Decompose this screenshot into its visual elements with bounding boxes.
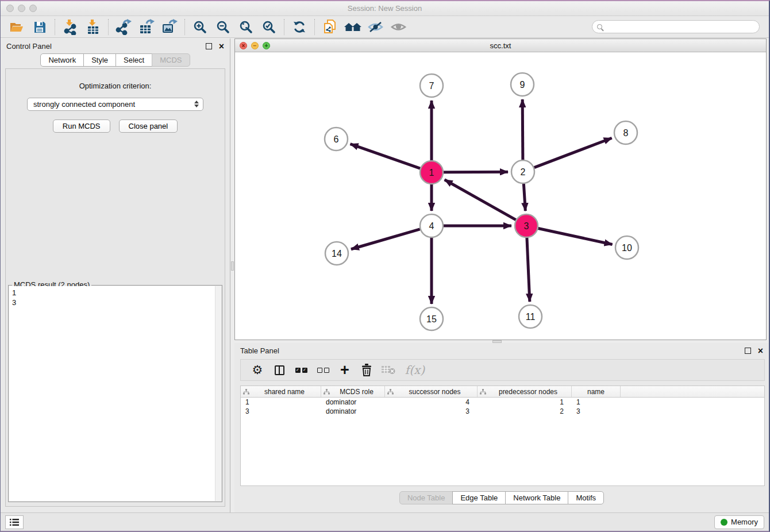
close-panel-icon[interactable]: × — [219, 43, 224, 49]
table-cell[interactable]: 1 — [241, 398, 321, 406]
import-table-button[interactable] — [82, 17, 105, 37]
column-header-mcds-role[interactable]: MCDS role — [321, 386, 385, 397]
export-network-button[interactable] — [112, 17, 135, 37]
home-button[interactable] — [341, 17, 364, 37]
edge-2-3[interactable] — [523, 184, 525, 211]
network-canvas[interactable]: 7968124314101511 — [235, 52, 766, 340]
table-cell[interactable]: dominator — [321, 407, 385, 415]
tab-mcds[interactable]: MCDS — [152, 53, 190, 67]
select-all-button[interactable] — [290, 360, 312, 380]
table-row[interactable]: 3dominator323 — [241, 407, 764, 416]
delete-table-button[interactable] — [378, 360, 399, 380]
search-input[interactable] — [605, 23, 754, 31]
zoom-fit-button[interactable] — [234, 17, 257, 37]
show-all-button[interactable] — [387, 17, 410, 37]
edge-4-14[interactable] — [351, 229, 420, 249]
plus-icon: + — [340, 364, 349, 376]
vertical-splitter[interactable] — [230, 38, 234, 512]
main-toolbar — [1, 16, 769, 38]
edge-3-11[interactable] — [527, 238, 530, 302]
column-header-predecessor-nodes[interactable]: predecessor nodes — [478, 386, 572, 397]
export-network-icon — [116, 19, 132, 35]
houses-icon — [344, 20, 362, 34]
criterion-select[interactable]: strongly connected component — [27, 98, 203, 111]
split-view-button[interactable] — [268, 360, 290, 380]
toolbar-separator — [55, 19, 55, 35]
close-window-button[interactable] — [6, 5, 14, 12]
import-network-icon — [63, 19, 78, 35]
close-panel-button[interactable]: Close panel — [119, 119, 178, 133]
zoom-out-button[interactable] — [211, 17, 234, 37]
float-panel-icon[interactable] — [206, 43, 212, 49]
network-window-titlebar[interactable]: × − + scc.txt — [235, 39, 766, 52]
window-titlebar: Session: New Session — [1, 1, 769, 16]
save-session-button[interactable] — [28, 17, 51, 37]
column-header-shared-name[interactable]: shared name — [241, 386, 321, 397]
minimize-window-button[interactable] — [18, 5, 25, 12]
node-label-6: 6 — [334, 134, 339, 144]
close-network-icon[interactable]: × — [240, 42, 247, 49]
refresh-button[interactable] — [288, 17, 311, 37]
console-toggle-button[interactable] — [5, 515, 24, 529]
toolbar-separator — [184, 19, 185, 35]
hide-selected-button[interactable] — [364, 17, 387, 37]
tab-select[interactable]: Select — [116, 53, 152, 67]
table-tab-network-table[interactable]: Network Table — [505, 491, 568, 504]
network-documents-icon — [322, 19, 338, 35]
import-network-button[interactable] — [59, 17, 82, 37]
table-tab-node-table[interactable]: Node Table — [399, 491, 453, 504]
edge-1-2[interactable] — [444, 172, 508, 172]
search-field[interactable] — [592, 20, 760, 33]
splitter-handle[interactable] — [231, 261, 234, 271]
memory-button[interactable]: Memory — [714, 515, 764, 529]
column-header-name[interactable]: name — [572, 386, 621, 397]
table-cell[interactable]: 3 — [572, 407, 621, 415]
edge-3-1[interactable] — [445, 180, 516, 220]
tab-network[interactable]: Network — [40, 53, 84, 67]
column-label: predecessor nodes — [487, 388, 569, 396]
delete-column-button[interactable] — [356, 360, 378, 380]
table-cell[interactable]: 1 — [478, 398, 572, 406]
close-panel-icon[interactable]: × — [758, 348, 763, 354]
table-row[interactable]: 1dominator411 — [241, 398, 764, 407]
run-mcds-button[interactable]: Run MCDS — [53, 119, 110, 133]
column-header-successor-nodes[interactable]: successor nodes — [385, 386, 478, 397]
deselect-all-button[interactable] — [312, 360, 334, 380]
tab-style[interactable]: Style — [83, 53, 116, 67]
edge-3-10[interactable] — [538, 228, 613, 244]
zoom-in-button[interactable] — [188, 17, 211, 37]
export-image-button[interactable] — [158, 17, 181, 37]
table-settings-button[interactable]: ⚙ — [247, 360, 268, 380]
criterion-select-value: strongly connected component — [33, 100, 135, 109]
table-cell[interactable]: 2 — [478, 407, 572, 415]
table-tab-motifs[interactable]: Motifs — [568, 491, 604, 504]
edge-1-6[interactable] — [351, 144, 421, 168]
table-cell[interactable]: 3 — [385, 407, 478, 415]
maximize-window-button[interactable] — [29, 5, 37, 12]
edge-2-9[interactable] — [522, 99, 523, 160]
function-icon: f(x) — [405, 363, 425, 377]
function-builder-button[interactable]: f(x) — [399, 360, 430, 380]
table-cell[interactable]: 4 — [385, 398, 478, 406]
export-table-button[interactable] — [135, 17, 158, 37]
maximize-network-icon[interactable]: + — [263, 42, 270, 49]
mcds-result-text[interactable]: 1 3 — [9, 286, 215, 501]
tree-sort-icon — [243, 389, 249, 395]
edge-2-8[interactable] — [534, 138, 612, 167]
minimize-network-icon[interactable]: − — [251, 42, 259, 49]
status-bar: Memory — [1, 512, 769, 531]
table-cell[interactable]: 3 — [241, 407, 321, 415]
tree-sort-icon — [387, 389, 394, 395]
eye-icon — [390, 20, 407, 34]
float-panel-icon[interactable] — [745, 348, 751, 354]
table-tab-edge-table[interactable]: Edge Table — [452, 491, 506, 504]
open-session-button[interactable] — [5, 17, 28, 37]
add-column-button[interactable]: + — [334, 360, 356, 380]
new-network-from-selection-button[interactable] — [318, 17, 341, 37]
control-panel-tabs: NetworkStyleSelectMCDS — [1, 53, 230, 67]
table-cell[interactable]: dominator — [321, 398, 385, 406]
zoom-selected-button[interactable] — [257, 17, 280, 37]
result-scrollbar[interactable] — [215, 286, 221, 501]
table-cell[interactable]: 1 — [572, 398, 621, 406]
mcds-panel-body: Optimization criterion: strongly connect… — [5, 68, 225, 507]
